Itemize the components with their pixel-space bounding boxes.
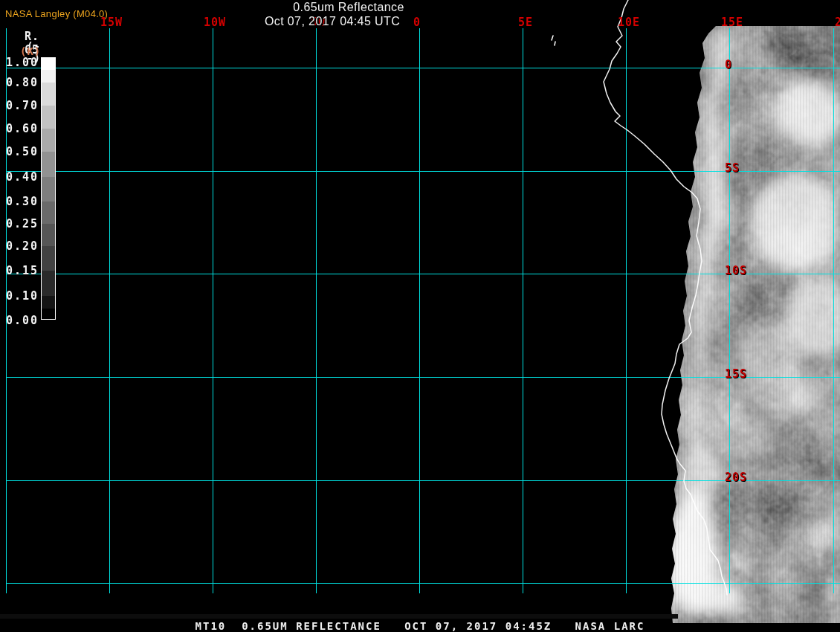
colorbar-tick-0.30: 0.30 xyxy=(1,195,39,208)
lon-label-10w: 10W xyxy=(204,16,226,29)
colorbar-tick-0.20: 0.20 xyxy=(1,239,39,253)
colorbar-tick-0.00: 0.00 xyxy=(1,314,39,327)
colorbar-tick-0.70: 0.70 xyxy=(1,99,39,112)
colorbar-tick-1.00: 1.00 xyxy=(1,56,39,69)
map-title: 0.65um Reflectance xyxy=(293,1,404,14)
gridline-vertical xyxy=(109,28,110,593)
gridline-vertical xyxy=(316,28,317,593)
satellite-image-swath xyxy=(0,0,840,632)
colorbar-tick-0.15: 0.15 xyxy=(1,264,39,277)
gridline-horizontal xyxy=(6,68,840,68)
colorbar-tick-0.10: 0.10 xyxy=(1,289,39,303)
lon-label-5w: 5W xyxy=(311,16,326,29)
lat-label-0: 0 xyxy=(725,58,732,71)
gridline-vertical xyxy=(729,28,730,593)
lat-label-5s: 5S xyxy=(725,161,740,175)
lon-label-10e: 10E xyxy=(618,16,640,29)
island-marks xyxy=(552,36,555,45)
coastline-overlay xyxy=(0,0,840,632)
lat-label-20s: 20S xyxy=(725,471,747,484)
gridline-vertical xyxy=(213,28,213,593)
gridline-vertical xyxy=(419,28,420,593)
gridline-horizontal xyxy=(6,171,840,172)
gridline-horizontal xyxy=(6,274,840,274)
lon-label-5e: 5E xyxy=(518,16,533,29)
source-label: NASA Langley (M04.0) xyxy=(5,8,108,19)
colorbar-gradient-bar xyxy=(41,57,56,320)
coastline xyxy=(604,0,727,595)
map-datetime: Oct 07, 2017 04:45 UTC xyxy=(265,15,400,28)
lon-label-15e: 15E xyxy=(721,16,743,29)
latlon-grid xyxy=(0,0,840,632)
geo-labels: 15W10W5W05E10E15E20E05S10S15S20S xyxy=(0,0,840,632)
lat-label-10s: 10S xyxy=(725,264,747,277)
gridline-horizontal xyxy=(6,583,840,584)
gridline-horizontal xyxy=(6,480,840,481)
colorbar-tick-0.60: 0.60 xyxy=(1,122,39,135)
gridline-vertical xyxy=(833,28,834,593)
colorbar-tick-0.40: 0.40 xyxy=(1,170,39,184)
gridline-horizontal xyxy=(6,377,840,378)
colorbar-tick-0.50: 0.50 xyxy=(1,145,39,158)
colorbar-tick-0.80: 0.80 xyxy=(1,76,39,89)
gridline-vertical xyxy=(6,28,7,593)
satellite-map-window: 15W10W5W05E10E15E20E05S10S15S20S R. 65 (… xyxy=(0,0,840,632)
lon-label-20e: 20E xyxy=(835,16,840,29)
colorbar-tick-0.25: 0.25 xyxy=(1,217,39,230)
lon-label-15w: 15W xyxy=(100,16,123,29)
gridline-vertical xyxy=(523,28,523,593)
lat-label-15s: 15S xyxy=(725,367,747,381)
scan-edge-strip xyxy=(0,614,678,619)
lon-label-0: 0 xyxy=(413,16,421,29)
footer-caption: MT10 0.65UM REFLECTANCE OCT 07, 2017 04:… xyxy=(0,620,840,632)
swath-texture xyxy=(669,22,840,626)
gridline-vertical xyxy=(626,28,627,593)
